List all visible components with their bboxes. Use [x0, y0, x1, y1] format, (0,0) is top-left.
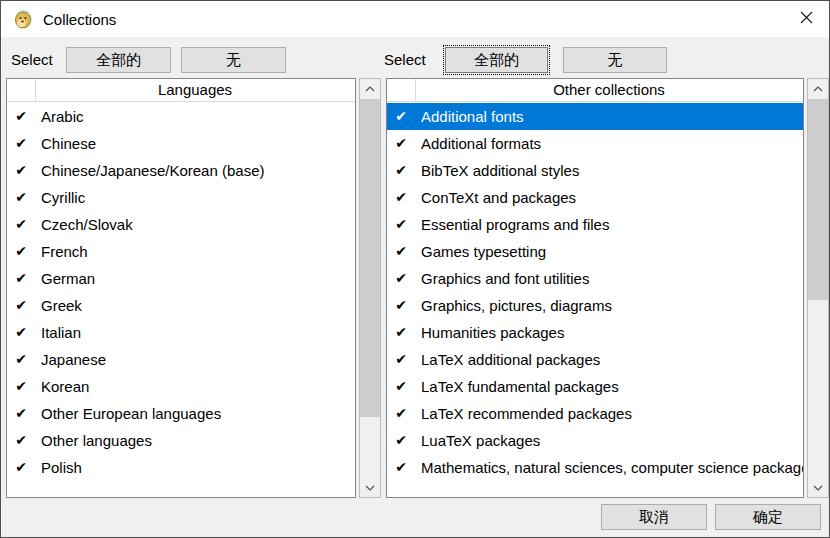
checkmark-icon: ✔ [7, 157, 35, 184]
list-item[interactable]: ✔Graphics and font utilities [387, 265, 803, 292]
select-label-right: Select [384, 51, 426, 68]
list-item-label: Cyrillic [41, 189, 85, 206]
list-item-label: French [41, 243, 88, 260]
languages-header-label: Languages [35, 79, 355, 102]
checkmark-icon: ✔ [7, 103, 35, 130]
list-item-label: Japanese [41, 351, 106, 368]
close-button[interactable] [783, 1, 829, 34]
checkmark-icon: ✔ [7, 130, 35, 157]
list-item[interactable]: ✔LaTeX additional packages [387, 346, 803, 373]
checkmark-icon: ✔ [387, 211, 415, 238]
list-item[interactable]: ✔LaTeX fundamental packages [387, 373, 803, 400]
languages-header: Languages [7, 79, 355, 102]
select-none-button-left[interactable]: 无 [181, 47, 286, 73]
list-item[interactable]: ✔Arabic [7, 103, 355, 130]
checkmark-icon: ✔ [387, 373, 415, 400]
cancel-button[interactable]: 取消 [601, 504, 707, 530]
list-item-label: Other European languages [41, 405, 221, 422]
checkmark-icon: ✔ [7, 292, 35, 319]
checkmark-icon: ✔ [7, 346, 35, 373]
checkmark-icon: ✔ [387, 103, 415, 130]
list-item[interactable]: ✔BibTeX additional styles [387, 157, 803, 184]
checkmark-icon: ✔ [7, 265, 35, 292]
other-collections-list: Other collections ✔Additional fonts✔Addi… [386, 78, 804, 498]
scroll-down-icon[interactable] [808, 478, 828, 497]
list-item[interactable]: ✔Other languages [7, 427, 355, 454]
list-item[interactable]: ✔LuaTeX packages [387, 427, 803, 454]
list-item[interactable]: ✔ConTeXt and packages [387, 184, 803, 211]
list-item-label: Chinese [41, 135, 96, 152]
list-item[interactable]: ✔Humanities packages [387, 319, 803, 346]
list-item[interactable]: ✔Additional fonts [387, 103, 803, 130]
texlive-lion-icon [13, 9, 34, 30]
list-item-label: Chinese/Japanese/Korean (base) [41, 162, 264, 179]
list-item[interactable]: ✔German [7, 265, 355, 292]
scroll-up-icon[interactable] [360, 79, 380, 98]
checkmark-icon: ✔ [7, 400, 35, 427]
list-item[interactable]: ✔LaTeX recommended packages [387, 400, 803, 427]
list-item[interactable]: ✔Mathematics, natural sciences, computer… [387, 454, 803, 481]
select-all-button-left[interactable]: 全部的 [66, 47, 171, 73]
list-item-label: Graphics and font utilities [421, 270, 589, 287]
list-item-label: Additional fonts [421, 108, 524, 125]
languages-list: Languages ✔Arabic✔Chinese✔Chinese/Japane… [6, 78, 356, 498]
list-item-label: BibTeX additional styles [421, 162, 579, 179]
list-item[interactable]: ✔Games typesetting [387, 238, 803, 265]
checkmark-icon: ✔ [387, 454, 415, 481]
checkmark-icon: ✔ [387, 238, 415, 265]
list-item-label: LaTeX fundamental packages [421, 378, 619, 395]
list-item[interactable]: ✔Additional formats [387, 130, 803, 157]
list-item[interactable]: ✔Graphics, pictures, diagrams [387, 292, 803, 319]
list-item[interactable]: ✔Czech/Slovak [7, 211, 355, 238]
ok-button[interactable]: 确定 [715, 504, 821, 530]
scrollbar-thumb[interactable] [360, 99, 380, 417]
window-title: Collections [43, 11, 116, 28]
scrollbar-thumb[interactable] [808, 99, 828, 300]
other-collections-scrollbar[interactable] [807, 78, 829, 498]
list-item-label: Italian [41, 324, 81, 341]
checkmark-icon: ✔ [387, 184, 415, 211]
list-item-label: Additional formats [421, 135, 541, 152]
title-bar: Collections [1, 1, 829, 37]
list-item[interactable]: ✔Greek [7, 292, 355, 319]
checkmark-icon: ✔ [7, 454, 35, 481]
languages-scrollbar[interactable] [359, 78, 381, 498]
checkmark-icon: ✔ [387, 292, 415, 319]
list-item[interactable]: ✔Essential programs and files [387, 211, 803, 238]
list-item-label: LaTeX additional packages [421, 351, 600, 368]
checkmark-icon: ✔ [7, 238, 35, 265]
list-item-label: Essential programs and files [421, 216, 609, 233]
list-item-label: Mathematics, natural sciences, computer … [421, 459, 803, 476]
list-item[interactable]: ✔Italian [7, 319, 355, 346]
list-item[interactable]: ✔Polish [7, 454, 355, 481]
checkmark-icon: ✔ [387, 427, 415, 454]
list-item[interactable]: ✔Korean [7, 373, 355, 400]
list-item[interactable]: ✔French [7, 238, 355, 265]
select-all-button-right[interactable]: 全部的 [445, 47, 548, 73]
list-item-label: LaTeX recommended packages [421, 405, 632, 422]
select-none-button-right[interactable]: 无 [563, 47, 667, 73]
checkmark-icon: ✔ [387, 157, 415, 184]
checkmark-icon: ✔ [387, 319, 415, 346]
list-item-label: Humanities packages [421, 324, 564, 341]
collections-dialog: Collections Select 全部的 无 Select 全部的 无 La… [0, 0, 830, 538]
list-item-label: Graphics, pictures, diagrams [421, 297, 612, 314]
checkmark-icon: ✔ [387, 400, 415, 427]
checkmark-icon: ✔ [387, 265, 415, 292]
scroll-up-icon[interactable] [808, 79, 828, 98]
checkmark-icon: ✔ [7, 184, 35, 211]
select-label-left: Select [11, 51, 53, 68]
list-item[interactable]: ✔Japanese [7, 346, 355, 373]
list-item-label: ConTeXt and packages [421, 189, 576, 206]
list-item[interactable]: ✔Cyrillic [7, 184, 355, 211]
list-item-label: Other languages [41, 432, 152, 449]
list-item[interactable]: ✔Chinese/Japanese/Korean (base) [7, 157, 355, 184]
other-collections-header: Other collections [387, 79, 803, 102]
list-item-label: Polish [41, 459, 82, 476]
list-item[interactable]: ✔Chinese [7, 130, 355, 157]
scroll-down-icon[interactable] [360, 478, 380, 497]
list-item-label: Korean [41, 378, 89, 395]
list-item-label: LuaTeX packages [421, 432, 540, 449]
checkmark-icon: ✔ [7, 211, 35, 238]
list-item[interactable]: ✔Other European languages [7, 400, 355, 427]
